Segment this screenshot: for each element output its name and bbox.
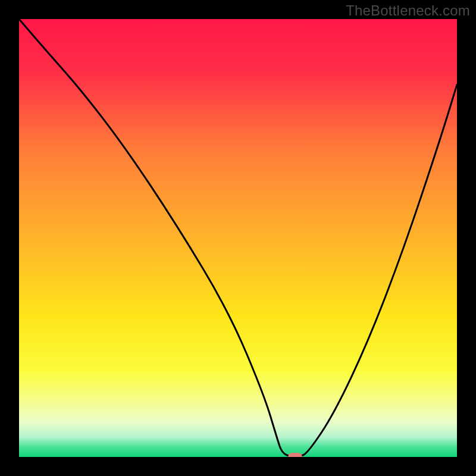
- optimal-marker: [288, 453, 302, 457]
- chart-container: TheBottleneck.com: [0, 0, 476, 476]
- plot-area: [19, 19, 457, 457]
- curve-svg: [19, 19, 457, 457]
- watermark-text: TheBottleneck.com: [346, 2, 470, 19]
- bottleneck-curve: [19, 19, 457, 457]
